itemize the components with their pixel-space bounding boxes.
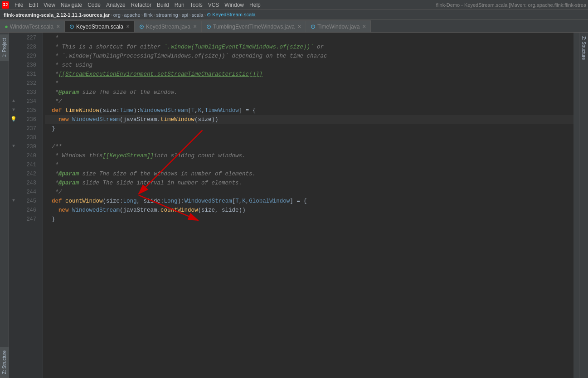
code-line-245: def countWindow(size: Long, slide: Long)… (45, 197, 573, 206)
keyedstream-scala-icon: ⊙ (69, 23, 74, 30)
gutter-245: ▼ (9, 196, 18, 205)
breadcrumb-org[interactable]: org (113, 12, 121, 18)
menu-edit[interactable]: Edit (26, 1, 41, 9)
gutter-231 (9, 69, 18, 78)
bulb-icon-236[interactable]: 💡 (10, 116, 17, 122)
linenum-234: 234 (18, 97, 39, 106)
menu-view[interactable]: View (41, 1, 58, 9)
tumbling-icon: ⊙ (206, 23, 211, 30)
breadcrumb-file[interactable]: ⊙ KeyedStream.scala (207, 12, 255, 18)
gutter-235: ▼ (9, 105, 18, 114)
tab-keyedstream-java[interactable]: ⊙ KeyedStream.java ✕ (135, 20, 202, 32)
tab-windowtest-label: WindowTest.scala (10, 24, 53, 30)
menu-tools[interactable]: Tools (187, 1, 205, 9)
code-line-232: * (45, 79, 573, 88)
code-line-242: * @param size The size of the windows in… (45, 170, 573, 179)
tab-keyedstream-scala-close[interactable]: ✕ (126, 24, 130, 29)
gutter-227 (9, 33, 18, 42)
editor-area[interactable]: ▲ ▼ 💡 ▼ (9, 33, 579, 378)
windowtest-icon: ● (5, 23, 8, 30)
tab-windowtest-close[interactable]: ✕ (56, 24, 60, 29)
gutter-icons: ▲ ▼ 💡 ▼ (9, 33, 18, 378)
tab-keyedstream-java-close[interactable]: ✕ (193, 24, 197, 29)
menu-navigate[interactable]: Navigate (58, 1, 85, 9)
code-line-240: * Windows this [[KeyedStream]] into slid… (45, 151, 573, 160)
tab-tumbling-close[interactable]: ✕ (297, 24, 301, 29)
gutter-233 (9, 87, 18, 96)
gutter-234: ▲ (9, 96, 18, 105)
gutter-240 (9, 150, 18, 160)
code-line-229: * `.window(TumblingProcessingTimeWindows… (45, 52, 573, 61)
code-line-237: } (45, 124, 573, 133)
gutter-237 (9, 123, 18, 132)
gutter-238 (9, 132, 18, 141)
linenum-235: 235 (18, 106, 39, 115)
gutter-244 (9, 187, 18, 196)
sidebar-structure-label: Z: Structure (2, 350, 7, 374)
tab-timewindow[interactable]: ⊙ TimeWindow.java ✕ (306, 20, 371, 32)
tab-timewindow-label: TimeWindow.java (317, 24, 360, 30)
gutter-241 (9, 160, 18, 169)
linenum-229: 229 (18, 52, 39, 61)
fold-arrow-235[interactable]: ▼ (12, 107, 15, 112)
fold-arrow-234[interactable]: ▲ (12, 98, 15, 103)
code-lines[interactable]: * * This is a shortcut for either `.wind… (43, 33, 573, 378)
menu-build[interactable]: Build (154, 1, 172, 9)
code-line-241: * (45, 160, 573, 170)
gutter-236: 💡 (9, 114, 18, 123)
menu-refactor[interactable]: Refactor (128, 1, 154, 9)
breadcrumb-flink[interactable]: flink (144, 12, 153, 18)
sidebar-tab-project[interactable]: 1: Project (0, 34, 9, 61)
breadcrumb-apache[interactable]: apache (124, 12, 140, 18)
linenum-247: 247 (18, 215, 39, 224)
code-line-244: */ (45, 188, 573, 197)
linenum-232: 232 (18, 79, 39, 88)
linenum-244: 244 (18, 188, 39, 197)
sidebar-tab-structure[interactable]: Z: Structure (0, 347, 9, 378)
tab-keyedstream-java-label: KeyedStream.java (146, 24, 190, 30)
linenum-238: 238 (18, 133, 39, 142)
code-line-247: } (45, 215, 573, 224)
right-gutter (573, 33, 579, 378)
menu-analyze[interactable]: Analyze (103, 1, 128, 9)
gutter-243 (9, 178, 18, 187)
menu-run[interactable]: Run (172, 1, 187, 9)
main-layout: 1: Project Z: Structure (0, 33, 588, 378)
linenum-233: 233 (18, 88, 39, 97)
linenum-227: 227 (18, 34, 39, 43)
tab-tumbling[interactable]: ⊙ TumblingEventTimeWindows.java ✕ (202, 20, 306, 32)
gutter-239: ▼ (9, 141, 18, 150)
menu-vcs[interactable]: VCS (205, 1, 222, 9)
linenum-245: 245 (18, 197, 39, 206)
linenum-231: 231 (18, 70, 39, 79)
breadcrumb-streaming[interactable]: streaming (156, 12, 178, 18)
tabs-bar: ● WindowTest.scala ✕ ⊙ KeyedStream.scala… (0, 20, 588, 33)
breadcrumb-api[interactable]: api (181, 12, 188, 18)
menu-window[interactable]: Window (222, 1, 247, 9)
breadcrumb-jar[interactable]: flink-streaming-scala_2.12-1.11.1-source… (4, 12, 110, 18)
linenum-243: 243 (18, 179, 39, 188)
fold-arrow-239[interactable]: ▼ (12, 144, 15, 149)
linenum-241: 241 (18, 160, 39, 170)
right-sidebar-label[interactable]: Z: Structure (580, 33, 587, 63)
gutter-232 (9, 78, 18, 87)
app-window: IJ File Edit View Navigate Code Analyze … (0, 0, 588, 378)
sidebar-project-label: 1: Project (2, 38, 7, 57)
menu-code[interactable]: Code (85, 1, 103, 9)
gutter-229 (9, 51, 18, 60)
app-icon: IJ (2, 1, 9, 9)
menu-bar: IJ File Edit View Navigate Code Analyze … (0, 0, 588, 10)
breadcrumb-scala[interactable]: scala (192, 12, 204, 18)
tab-timewindow-close[interactable]: ✕ (362, 24, 366, 29)
linenum-242: 242 (18, 170, 39, 179)
timewindow-icon: ⊙ (311, 23, 316, 30)
linenum-239: 239 (18, 142, 39, 151)
linenum-228: 228 (18, 43, 39, 52)
code-line-230: * set using (45, 61, 573, 70)
tab-windowtest[interactable]: ● WindowTest.scala ✕ (0, 20, 65, 32)
tab-keyedstream-scala[interactable]: ⊙ KeyedStream.scala ✕ (65, 20, 135, 32)
tab-keyedstream-scala-label: KeyedStream.scala (76, 24, 123, 30)
menu-help[interactable]: Help (247, 1, 263, 9)
fold-arrow-245[interactable]: ▼ (12, 198, 15, 203)
menu-file[interactable]: File (12, 1, 26, 9)
